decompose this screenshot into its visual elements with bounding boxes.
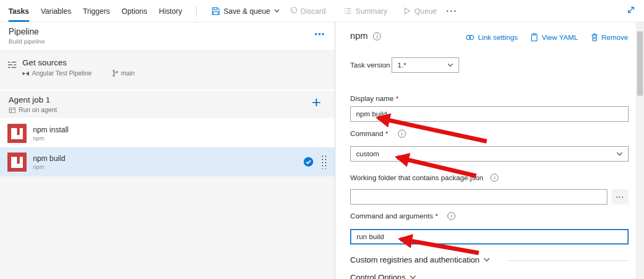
view-yaml-button[interactable]: View YAML xyxy=(530,33,578,41)
summary-button[interactable]: Summary xyxy=(344,7,387,15)
view-yaml-label: View YAML xyxy=(541,33,578,41)
undo-icon xyxy=(289,7,297,15)
command-value: custom xyxy=(356,150,379,158)
queue-label: Queue xyxy=(414,7,437,15)
get-sources-title: Get sources xyxy=(22,58,135,67)
add-task-button[interactable]: + xyxy=(311,95,321,111)
summary-label: Summary xyxy=(355,7,387,15)
task-version-value: 1.* xyxy=(397,61,406,69)
toolbar-divider xyxy=(196,5,197,17)
drag-handle[interactable] xyxy=(321,155,326,169)
chevron-down-icon xyxy=(484,258,490,262)
custom-registries-label: Custom registries and authentication xyxy=(350,255,479,264)
remove-label: Remove xyxy=(601,33,628,41)
link-icon xyxy=(465,34,474,41)
scrollbar-thumb[interactable] xyxy=(637,31,643,96)
pipeline-header: Pipeline Build pipeline ••• xyxy=(0,22,335,51)
agent-icon xyxy=(9,107,16,114)
repo-name: Angular Test Pipeline xyxy=(32,70,92,77)
get-sources-item[interactable]: Get sources Angular Test Pipeline main xyxy=(0,51,335,90)
pipeline-subtitle: Build pipeline xyxy=(9,38,326,45)
chevron-down-icon xyxy=(447,63,453,67)
info-icon[interactable]: i xyxy=(373,32,381,40)
task-version-label: Task version xyxy=(350,61,390,69)
selected-check-icon xyxy=(303,157,313,167)
chevron-down-icon xyxy=(274,9,279,13)
scrollbar[interactable] xyxy=(636,22,644,279)
trash-icon xyxy=(591,33,598,41)
link-settings-button[interactable]: Link settings xyxy=(465,33,518,41)
control-options-label: Control Options xyxy=(350,273,405,279)
task-row-npm-build[interactable]: npm build npm xyxy=(0,148,335,176)
save-icon xyxy=(211,7,220,15)
discard-label: Discard xyxy=(301,7,326,15)
clipboard-icon xyxy=(530,33,538,41)
control-options-section-toggle[interactable]: Control Options xyxy=(350,273,416,279)
required-marker: * xyxy=(396,95,399,103)
pipeline-more-button[interactable]: ••• xyxy=(315,30,325,38)
azure-repos-icon xyxy=(22,71,29,77)
play-icon xyxy=(403,7,411,15)
required-marker: * xyxy=(385,130,388,138)
browse-button[interactable]: ··· xyxy=(612,189,629,205)
command-dropdown[interactable]: custom xyxy=(350,146,629,162)
task-version-dropdown[interactable]: 1.* xyxy=(392,57,459,73)
tab-variables[interactable]: Variables xyxy=(41,0,71,22)
command-args-label: Command and arguments* xyxy=(350,212,438,220)
summary-list-icon xyxy=(344,7,352,15)
fullscreen-expand-icon[interactable] xyxy=(626,5,635,16)
task-row-npm-install[interactable]: npm install npm xyxy=(0,119,335,148)
branch-name: main xyxy=(121,70,135,77)
task-subtitle: npm xyxy=(33,135,69,141)
tab-tasks[interactable]: Tasks xyxy=(9,0,29,22)
working-folder-input[interactable] xyxy=(350,189,607,205)
toolbar-more-button[interactable]: ··· xyxy=(446,6,457,15)
tab-triggers[interactable]: Triggers xyxy=(83,0,110,22)
toolbar: Tasks Variables Triggers Options History… xyxy=(0,0,644,22)
branch-icon xyxy=(112,70,118,77)
info-icon[interactable]: i xyxy=(398,130,406,138)
pipeline-task-list-panel: Pipeline Build pipeline ••• Get sources … xyxy=(0,22,335,279)
pipeline-title: Pipeline xyxy=(9,27,326,37)
section-divider xyxy=(507,260,629,261)
info-icon[interactable]: i xyxy=(447,212,455,220)
agent-job-subtitle: Run on agent xyxy=(19,106,57,114)
npm-icon xyxy=(7,153,27,172)
save-queue-button[interactable]: Save & queue xyxy=(211,7,279,15)
working-folder-label: Working folder that contains package.jso… xyxy=(350,174,483,182)
task-title: npm build xyxy=(33,154,65,163)
queue-button[interactable]: Queue xyxy=(403,7,437,15)
command-args-input[interactable] xyxy=(350,229,629,244)
agent-job-header[interactable]: Agent job 1 Run on agent + xyxy=(0,90,335,119)
command-label: Command* xyxy=(350,130,388,138)
link-settings-label: Link settings xyxy=(478,33,518,41)
chevron-down-icon xyxy=(410,275,416,279)
task-subtitle: npm xyxy=(33,164,65,170)
task-settings-panel: npm i Link settings View YAML Remove Tas… xyxy=(336,22,644,279)
required-marker: * xyxy=(435,212,438,220)
display-name-label: Display name* xyxy=(350,95,399,103)
tab-options[interactable]: Options xyxy=(122,0,147,22)
chevron-down-icon xyxy=(616,152,623,156)
get-sources-icon xyxy=(7,61,17,89)
npm-icon xyxy=(7,124,27,143)
agent-job-title: Agent job 1 xyxy=(9,95,326,105)
remove-button[interactable]: Remove xyxy=(591,33,628,41)
task-panel-title: npm xyxy=(350,31,368,41)
display-name-input[interactable] xyxy=(350,106,629,122)
save-queue-label: Save & queue xyxy=(224,7,270,15)
custom-registries-section-toggle[interactable]: Custom registries and authentication xyxy=(350,255,490,264)
discard-button[interactable]: Discard xyxy=(289,7,326,15)
info-icon[interactable]: i xyxy=(490,174,498,182)
task-title: npm install xyxy=(33,125,69,134)
tab-history[interactable]: History xyxy=(159,0,182,22)
